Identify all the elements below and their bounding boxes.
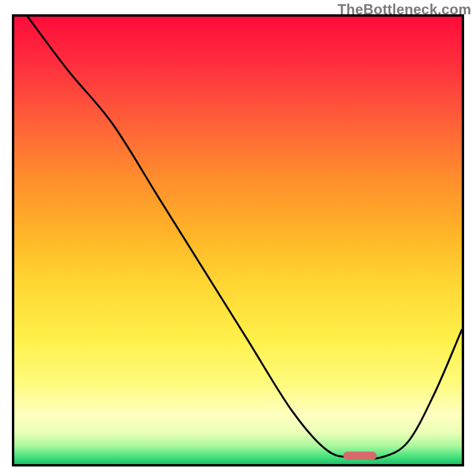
- chart-container: TheBottleneck.com: [0, 0, 476, 476]
- optimal-marker: [343, 452, 377, 460]
- plot-area: [12, 14, 464, 466]
- bottleneck-curve: [14, 17, 462, 464]
